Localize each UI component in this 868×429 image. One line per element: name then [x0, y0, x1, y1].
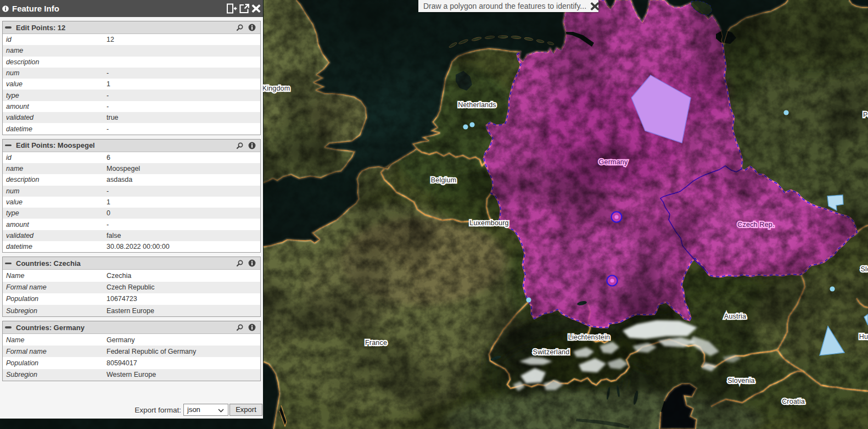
svg-text:Poland: Poland — [863, 111, 868, 119]
svg-text:Netherlands: Netherlands — [458, 101, 496, 109]
svg-text:Switzerland: Switzerland — [533, 348, 570, 356]
svg-text:Liechtenstein: Liechtenstein — [568, 333, 610, 341]
svg-text:France: France — [365, 339, 387, 347]
svg-text:Croatia: Croatia — [782, 398, 805, 405]
svg-text:Slovenia: Slovenia — [727, 377, 755, 385]
svg-text:Germany: Germany — [599, 158, 628, 166]
svg-text:Austria: Austria — [724, 313, 746, 320]
svg-text:Belgium: Belgium — [431, 176, 457, 184]
svg-text:Slovakia: Slovakia — [861, 265, 868, 273]
svg-text:Kingdom: Kingdom — [262, 85, 290, 92]
svg-text:Luxembourg: Luxembourg — [469, 219, 509, 227]
svg-text:Czech Rep.: Czech Rep. — [737, 221, 774, 229]
svg-text:Hungary: Hungary — [859, 333, 868, 341]
